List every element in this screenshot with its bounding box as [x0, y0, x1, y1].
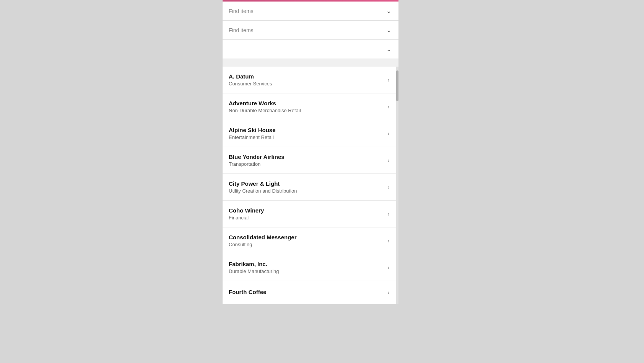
list-container: A. Datum Consumer Services › Adventure W… — [223, 67, 398, 304]
list-item-content-fourth-coffee: Fourth Coffee — [229, 289, 385, 296]
list-item-title-blue-yonder-airlines: Blue Yonder Airlines — [229, 154, 385, 160]
chevron-down-icon-3: ⌄ — [385, 46, 392, 53]
list-item-content-city-power-light: City Power & Light Utility Creation and … — [229, 180, 385, 194]
list-item-content-adventure-works: Adventure Works Non-Durable Merchandise … — [229, 100, 385, 113]
chevron-down-icon-1: ⌄ — [385, 7, 392, 15]
list-item-subtitle-blue-yonder-airlines: Transportation — [229, 161, 385, 167]
list-item-subtitle-alpine-ski-house: Entertainment Retail — [229, 134, 385, 140]
list-item[interactable]: Fabrikam, Inc. Durable Manufacturing › — [223, 254, 398, 281]
filter-dropdown-1[interactable]: Find items ⌄ — [223, 2, 398, 21]
filter-1-text: Find items — [229, 8, 254, 14]
filter-2-text: Find items — [229, 27, 254, 33]
list-item[interactable]: A. Datum Consumer Services › — [223, 67, 398, 93]
list-item-content-a-datum: A. Datum Consumer Services — [229, 73, 385, 87]
chevron-right-icon-fabrikam-inc: › — [385, 264, 392, 271]
section-divider — [223, 59, 398, 67]
list-item-title-a-datum: A. Datum — [229, 73, 385, 80]
list-wrapper: A. Datum Consumer Services › Adventure W… — [223, 67, 398, 304]
list-item[interactable]: Blue Yonder Airlines Transportation › — [223, 147, 398, 174]
chevron-right-icon-fourth-coffee: › — [385, 289, 392, 296]
scrollbar-track[interactable] — [396, 67, 398, 304]
list-item-content-fabrikam-inc: Fabrikam, Inc. Durable Manufacturing — [229, 261, 385, 274]
list-item-title-coho-winery: Coho Winery — [229, 207, 385, 214]
list-item-subtitle-consolidated-messenger: Consulting — [229, 242, 385, 247]
chevron-down-icon-2: ⌄ — [385, 26, 392, 34]
chevron-right-icon-consolidated-messenger: › — [385, 237, 392, 245]
list-item-title-fourth-coffee: Fourth Coffee — [229, 289, 385, 295]
main-container: Find items ⌄ Find items ⌄ ⌄ A. Datum Con… — [223, 0, 398, 304]
list-item[interactable]: Adventure Works Non-Durable Merchandise … — [223, 93, 398, 120]
chevron-right-icon-adventure-works: › — [385, 103, 392, 111]
list-item-title-adventure-works: Adventure Works — [229, 100, 385, 106]
chevron-right-icon-a-datum: › — [385, 76, 392, 84]
filter-section: Find items ⌄ Find items ⌄ ⌄ — [223, 2, 398, 59]
list-item-subtitle-city-power-light: Utility Creation and Distribution — [229, 188, 385, 194]
list-item-title-consolidated-messenger: Consolidated Messenger — [229, 234, 385, 240]
filter-dropdown-3[interactable]: ⌄ — [223, 40, 398, 59]
list-item-content-coho-winery: Coho Winery Financial — [229, 207, 385, 221]
scrollbar-thumb[interactable] — [396, 70, 398, 101]
list-item-content-consolidated-messenger: Consolidated Messenger Consulting — [229, 234, 385, 247]
chevron-right-icon-alpine-ski-house: › — [385, 130, 392, 137]
list-item[interactable]: Coho Winery Financial › — [223, 201, 398, 227]
chevron-right-icon-coho-winery: › — [385, 210, 392, 218]
list-item-subtitle-adventure-works: Non-Durable Merchandise Retail — [229, 108, 385, 113]
list-item-subtitle-coho-winery: Financial — [229, 215, 385, 221]
list-item-content-alpine-ski-house: Alpine Ski House Entertainment Retail — [229, 127, 385, 140]
list-item[interactable]: City Power & Light Utility Creation and … — [223, 174, 398, 201]
list-item-subtitle-a-datum: Consumer Services — [229, 81, 385, 87]
list-item-title-city-power-light: City Power & Light — [229, 180, 385, 187]
chevron-right-icon-blue-yonder-airlines: › — [385, 157, 392, 164]
list-item-subtitle-fabrikam-inc: Durable Manufacturing — [229, 268, 385, 274]
chevron-right-icon-city-power-light: › — [385, 183, 392, 191]
list-item[interactable]: Fourth Coffee › — [223, 281, 398, 304]
filter-dropdown-2[interactable]: Find items ⌄ — [223, 21, 398, 40]
list-item-content-blue-yonder-airlines: Blue Yonder Airlines Transportation — [229, 154, 385, 167]
list-item-title-fabrikam-inc: Fabrikam, Inc. — [229, 261, 385, 267]
list-item[interactable]: Alpine Ski House Entertainment Retail › — [223, 120, 398, 147]
list-item[interactable]: Consolidated Messenger Consulting › — [223, 227, 398, 254]
list-item-title-alpine-ski-house: Alpine Ski House — [229, 127, 385, 133]
